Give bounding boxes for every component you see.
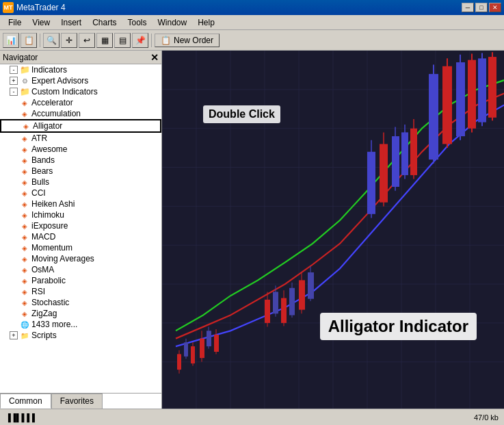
tree-label-stochastic: Stochastic [31, 298, 69, 307]
tree-item-momentum[interactable]: ◈ Momentum [0, 242, 161, 253]
icon-bulls: ◈ [19, 177, 30, 187]
tree-item-expert-advisors[interactable]: + ⚙ Expert Advisors [0, 75, 161, 86]
menu-bar: File View Insert Charts Tools Window Hel… [0, 15, 504, 30]
tree-item-accelerator[interactable]: ◈ Accelerator [0, 97, 161, 108]
toolbar-btn3[interactable]: 🔍 [43, 33, 59, 48]
chart-svg [162, 51, 504, 409]
tree-label-scripts: Scripts [31, 331, 57, 340]
chart-area[interactable]: Double Click Alligator Indicator [162, 51, 504, 409]
icon-rsi: ◈ [19, 287, 30, 296]
icon-momentum: ◈ [19, 243, 30, 253]
menu-charts[interactable]: Charts [87, 16, 122, 29]
tree-label-parabolic: Parabolic [31, 276, 66, 285]
tree-item-scripts[interactable]: + 📁 Scripts [0, 330, 161, 341]
navigator-tree[interactable]: - 📁 Indicators + ⚙ Expert Advisors - 📁 C… [0, 64, 161, 393]
expand-indicators[interactable]: - [10, 66, 18, 74]
tree-item-parabolic[interactable]: ◈ Parabolic [0, 275, 161, 286]
toolbar-btn2[interactable]: 📋 [21, 33, 37, 48]
tree-label-zigzag: ZigZag [31, 309, 57, 318]
navigator-panel: Navigator ✕ - 📁 Indicators + ⚙ Expert Ad… [0, 51, 162, 409]
tree-label-moving-averages: Moving Averages [31, 254, 94, 263]
tree-item-rsi[interactable]: ◈ RSI [0, 286, 161, 297]
tree-label-atr: ATR [31, 133, 47, 143]
tree-item-indicators[interactable]: - 📁 Indicators [0, 64, 161, 75]
menu-window[interactable]: Window [152, 16, 193, 29]
tree-item-cci[interactable]: ◈ CCI [0, 188, 161, 198]
title-bar-controls: ─ □ ✕ [462, 3, 501, 12]
tab-common[interactable]: Common [0, 394, 51, 409]
tree-label-bands: Bands [31, 155, 55, 165]
menu-help[interactable]: Help [192, 16, 220, 29]
toolbar-btn7[interactable]: 📌 [132, 33, 148, 48]
icon-osma: ◈ [19, 265, 30, 274]
tree-item-iexposure[interactable]: ◈ iExposure [0, 220, 161, 231]
close-button[interactable]: ✕ [489, 3, 501, 12]
toolbar-crosshair[interactable]: ✛ [61, 33, 77, 48]
tree-item-moving-averages[interactable]: ◈ Moving Averages [0, 253, 161, 264]
expand-expert-advisors[interactable]: + [10, 77, 18, 85]
tree-item-macd[interactable]: ◈ MACD [0, 231, 161, 242]
tree-label-ichimoku: Ichimoku [31, 210, 64, 220]
toolbar: 📊 📋 🔍 ✛ ↩ ▦ ▤ 📌 📋 New Order [0, 30, 504, 51]
menu-insert[interactable]: Insert [55, 16, 87, 29]
tree-item-more[interactable]: 🌐 1433 more... [0, 319, 161, 330]
expand-custom-indicators[interactable]: - [10, 88, 18, 96]
icon-zigzag: ◈ [19, 309, 30, 318]
icon-bands: ◈ [19, 155, 30, 165]
title-bar: MT MetaTrader 4 ─ □ ✕ [0, 0, 504, 15]
tree-label-accumulation: Accumulation [31, 109, 81, 118]
new-order-button[interactable]: 📋 New Order [155, 34, 220, 47]
icon-macd: ◈ [19, 232, 30, 242]
navigator-title: Navigator [3, 53, 38, 62]
menu-view[interactable]: View [27, 16, 55, 29]
icon-cci: ◈ [19, 188, 30, 198]
tree-item-heiken-ashi[interactable]: ◈ Heiken Ashi [0, 198, 161, 209]
tree-label-more: 1433 more... [31, 320, 77, 329]
folder-icon-custom: 📁 [19, 87, 30, 96]
icon-accumulation: ◈ [19, 109, 30, 118]
app-icon: MT [3, 2, 14, 13]
tree-item-ichimoku[interactable]: ◈ Ichimoku [0, 209, 161, 220]
tree-item-bulls[interactable]: ◈ Bulls [0, 177, 161, 188]
tree-item-atr[interactable]: ◈ ATR [0, 133, 161, 144]
navigator-close-button[interactable]: ✕ [150, 52, 159, 63]
status-chart-info: 47/0 kb [474, 413, 499, 422]
tree-label-rsi: RSI [31, 287, 45, 296]
status-bar: ▐▐▌▌▌▌ 47/0 kb [0, 409, 504, 425]
tree-item-bears[interactable]: ◈ Bears [0, 166, 161, 177]
tree-label-accelerator: Accelerator [31, 98, 73, 107]
tree-label-awesome: Awesome [31, 144, 67, 154]
tree-item-alligator[interactable]: ◈ Alligator [0, 119, 161, 133]
toolbar-separator-1 [40, 34, 40, 47]
toolbar-new-chart[interactable]: 📊 [3, 33, 19, 48]
icon-iexposure: ◈ [19, 221, 30, 231]
tree-label-custom: Custom Indicators [31, 87, 98, 96]
toolbar-btn4[interactable]: ↩ [79, 33, 95, 48]
tree-label-osma: OsMA [31, 265, 54, 274]
tree-item-osma[interactable]: ◈ OsMA [0, 264, 161, 275]
menu-file[interactable]: File [3, 16, 27, 29]
tree-item-bands[interactable]: ◈ Bands [0, 155, 161, 166]
tree-label-bears: Bears [31, 166, 53, 176]
tree-label-expert: Expert Advisors [31, 76, 88, 86]
tree-item-custom-indicators[interactable]: - 📁 Custom Indicators [0, 86, 161, 97]
tree-item-zigzag[interactable]: ◈ ZigZag [0, 308, 161, 319]
menu-tools[interactable]: Tools [122, 16, 152, 29]
tab-favorites[interactable]: Favorites [51, 394, 103, 409]
toolbar-btn6[interactable]: ▤ [114, 33, 131, 48]
restore-button[interactable]: □ [475, 3, 488, 12]
tree-item-stochastic[interactable]: ◈ Stochastic [0, 297, 161, 308]
navigator-header: Navigator ✕ [0, 51, 161, 64]
tree-item-awesome[interactable]: ◈ Awesome [0, 144, 161, 155]
tree-item-accumulation[interactable]: ◈ Accumulation [0, 108, 161, 119]
folder-icon-scripts: 📁 [19, 331, 30, 340]
tree-label-cci: CCI [31, 188, 46, 198]
main-area: Navigator ✕ - 📁 Indicators + ⚙ Expert Ad… [0, 51, 504, 409]
new-order-icon: 📋 [161, 36, 171, 45]
icon-awesome: ◈ [19, 144, 30, 154]
icon-bears: ◈ [19, 166, 30, 176]
expand-scripts[interactable]: + [10, 331, 18, 339]
new-order-label: New Order [174, 36, 213, 45]
minimize-button[interactable]: ─ [462, 3, 474, 12]
toolbar-btn5[interactable]: ▦ [96, 33, 113, 48]
